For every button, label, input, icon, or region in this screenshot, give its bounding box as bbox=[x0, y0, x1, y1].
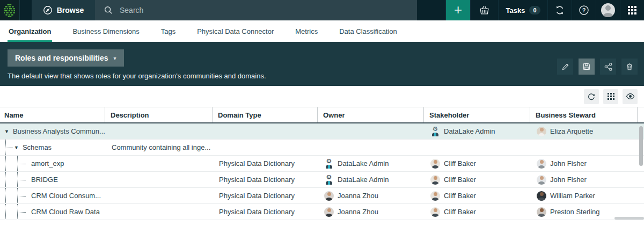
stakeholder-name[interactable]: DataLake Admin bbox=[444, 127, 495, 135]
tab-metrics[interactable]: Metrics bbox=[294, 20, 319, 42]
vertical-scrollbar[interactable] bbox=[639, 126, 643, 166]
browse-button[interactable]: Browse bbox=[32, 0, 95, 20]
person-avatar-icon bbox=[430, 159, 440, 169]
table-row[interactable]: BRIDGE Physical Data Dictionary ⚙ DataLa… bbox=[0, 172, 644, 188]
tree-guide bbox=[5, 204, 6, 220]
shopping-basket-button[interactable] bbox=[470, 0, 498, 20]
expand-caret-icon[interactable]: ▼ bbox=[4, 129, 9, 134]
create-button[interactable]: + bbox=[445, 0, 470, 20]
visibility-button[interactable] bbox=[623, 89, 638, 104]
column-label: Business Steward bbox=[536, 111, 596, 119]
owner-name[interactable]: Joanna Zhou bbox=[338, 192, 378, 200]
global-search[interactable] bbox=[95, 0, 417, 20]
business-steward-name[interactable]: John Fisher bbox=[550, 176, 587, 184]
column-label: Owner bbox=[323, 111, 345, 119]
stakeholder-name[interactable]: Cliff Baker bbox=[444, 159, 476, 167]
column-header-domain-type[interactable]: Domain Type bbox=[213, 107, 318, 122]
horizontal-scrollbar[interactable] bbox=[614, 217, 644, 220]
owner-name[interactable]: Joanna Zhou bbox=[338, 208, 378, 216]
tree-branch bbox=[6, 148, 13, 148]
delete-view-button[interactable] bbox=[621, 59, 638, 75]
table-row[interactable]: amort_exp Physical Data Dictionary ⚙ Dat… bbox=[0, 156, 644, 172]
business-steward-name[interactable]: William Parker bbox=[550, 192, 595, 200]
asset-name[interactable]: CRM Cloud Raw Data bbox=[31, 208, 100, 216]
person-avatar-icon bbox=[537, 159, 546, 169]
tab-business-dimensions[interactable]: Business Dimensions bbox=[71, 20, 140, 42]
column-header-stakeholder[interactable]: Stakeholder bbox=[424, 107, 530, 122]
sync-icon bbox=[554, 5, 565, 16]
expand-caret-icon[interactable]: ▼ bbox=[14, 145, 19, 150]
table-row[interactable]: CRM Cloud Consum... Physical Data Dictio… bbox=[0, 188, 644, 204]
column-header-gutter bbox=[638, 107, 644, 122]
person-avatar-icon bbox=[537, 175, 546, 185]
view-description: The default view that shows roles for yo… bbox=[8, 72, 644, 80]
table-row[interactable]: ▼ Schemas Community containing all inge.… bbox=[0, 140, 644, 156]
person-avatar-icon bbox=[430, 207, 440, 217]
app-logo[interactable] bbox=[0, 0, 20, 20]
tab-data-classification[interactable]: Data Classification bbox=[338, 20, 398, 42]
plus-icon: + bbox=[454, 3, 462, 17]
refresh-button[interactable] bbox=[584, 89, 599, 104]
tab-label: Tags bbox=[161, 27, 175, 35]
column-header-name[interactable]: Name bbox=[0, 107, 105, 122]
view-selector-label: Roles and responsibilities bbox=[15, 54, 108, 62]
tasks-count-badge: 0 bbox=[529, 6, 540, 14]
search-input[interactable] bbox=[120, 6, 408, 14]
owner-name[interactable]: DataLake Admin bbox=[338, 159, 389, 167]
help-button[interactable]: ? bbox=[572, 0, 596, 20]
apps-grid-icon bbox=[628, 6, 630, 8]
column-header-description[interactable]: Description bbox=[105, 107, 213, 122]
floppy-disk-icon bbox=[582, 62, 591, 71]
refresh-icon bbox=[587, 92, 596, 101]
columns-button[interactable] bbox=[603, 89, 618, 104]
tree-branch bbox=[18, 164, 26, 164]
stakeholder-name[interactable]: Cliff Baker bbox=[444, 176, 476, 184]
column-header-business-steward[interactable]: Business Steward bbox=[530, 107, 638, 122]
tasks-button[interactable]: Tasks 0 bbox=[498, 0, 547, 20]
sync-button[interactable] bbox=[547, 0, 572, 20]
tab-physical-data-connector[interactable]: Physical Data Connector bbox=[196, 20, 275, 42]
table-row[interactable]: ▼ Business Analysts Commun... ⚙ DataLake… bbox=[0, 123, 644, 140]
eye-icon bbox=[626, 92, 635, 101]
apps-menu-button[interactable] bbox=[620, 0, 644, 20]
person-avatar-icon bbox=[430, 191, 440, 201]
business-steward-name[interactable]: John Fisher bbox=[550, 159, 587, 167]
asset-name[interactable]: CRM Cloud Consum... bbox=[31, 192, 101, 200]
search-icon bbox=[104, 5, 113, 15]
column-header-owner[interactable]: Owner bbox=[318, 107, 424, 122]
save-view-button[interactable] bbox=[579, 59, 595, 75]
admin-avatar-icon: ⚙ bbox=[324, 175, 334, 185]
asset-name[interactable]: Business Analysts Commun... bbox=[13, 127, 105, 135]
grid-icon bbox=[608, 93, 609, 94]
collibra-logo-icon bbox=[3, 3, 17, 17]
roles-table: Name Description Domain Type Owner Stake… bbox=[0, 107, 644, 220]
tab-tags[interactable]: Tags bbox=[160, 20, 177, 42]
column-label: Stakeholder bbox=[429, 111, 469, 119]
person-avatar-icon bbox=[324, 191, 334, 201]
basket-icon bbox=[479, 5, 489, 15]
asset-name[interactable]: Schemas bbox=[23, 143, 52, 151]
share-nodes-icon bbox=[604, 62, 613, 71]
business-steward-name[interactable]: Preston Sterling bbox=[550, 208, 600, 216]
admin-avatar-icon: ⚙ bbox=[430, 127, 440, 136]
edit-view-button[interactable] bbox=[557, 59, 573, 75]
view-selector-button[interactable]: Roles and responsibilities ▾ bbox=[8, 49, 124, 67]
top-navbar: Browse + Tasks 0 bbox=[0, 0, 644, 20]
table-row[interactable]: CRM Cloud Raw Data Physical Data Diction… bbox=[0, 204, 644, 220]
business-steward-name[interactable]: Eliza Arquette bbox=[550, 127, 593, 135]
asset-name[interactable]: amort_exp bbox=[31, 159, 64, 167]
column-label: Description bbox=[111, 111, 149, 119]
share-view-button[interactable] bbox=[600, 59, 616, 75]
trash-icon bbox=[625, 62, 634, 71]
asset-description: Community containing all inge... bbox=[112, 143, 210, 151]
svg-text:?: ? bbox=[582, 7, 586, 13]
tree-guide bbox=[5, 188, 6, 203]
asset-name[interactable]: BRIDGE bbox=[31, 176, 58, 184]
tree-branch bbox=[18, 196, 26, 196]
tab-organization[interactable]: Organization bbox=[8, 20, 52, 42]
user-menu-button[interactable] bbox=[596, 0, 620, 20]
tree-guide bbox=[5, 172, 6, 187]
stakeholder-name[interactable]: Cliff Baker bbox=[444, 208, 476, 216]
owner-name[interactable]: DataLake Admin bbox=[338, 176, 389, 184]
stakeholder-name[interactable]: Cliff Baker bbox=[444, 192, 476, 200]
